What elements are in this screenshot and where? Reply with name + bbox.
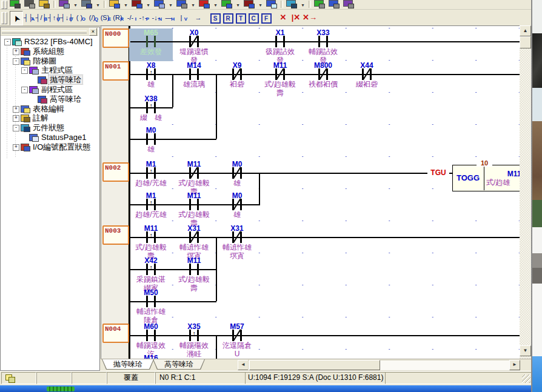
contact-up-tool[interactable]: ┤↑├U <box>48 12 60 25</box>
hscroll-right-button[interactable]: ► <box>509 360 520 370</box>
network-header-N000[interactable]: N000 <box>102 28 129 48</box>
resize-grip[interactable] <box>522 374 530 383</box>
tab-main-program[interactable]: 抛等唻珨 <box>102 359 154 370</box>
book-icon[interactable] <box>38 0 50 8</box>
ladder-help-icon[interactable] <box>327 0 340 8</box>
toolbar-grip[interactable] <box>4 1 7 9</box>
contact-X33[interactable]: X33輔踢詀效發 <box>299 28 347 64</box>
vertical-scrollbar[interactable]: ▲ ▼ <box>520 25 531 359</box>
tree-expander[interactable]: - <box>21 87 28 93</box>
table-icon[interactable] <box>265 0 277 8</box>
tree-expander[interactable]: - <box>4 39 11 45</box>
edit-pencil-icon[interactable] <box>108 0 120 8</box>
tree-expander[interactable]: - <box>21 67 28 74</box>
tree-item-status[interactable]: -元件狀態 <box>1 123 98 133</box>
hline-tool[interactable]: —H <box>162 12 175 25</box>
contact-M0[interactable]: M0雄 <box>213 159 261 196</box>
delete-right-tool[interactable]: ✕→ <box>303 12 315 25</box>
dropdown-arrow-icon[interactable]: ▾ <box>190 2 196 8</box>
tree-expander[interactable]: - <box>13 58 19 65</box>
dropdown-arrow-icon[interactable]: ▾ <box>167 2 174 8</box>
contact-X31[interactable]: X31輔遉怍雄塓寊 <box>213 224 261 260</box>
close-icon[interactable]: × <box>89 28 97 36</box>
contact-down-tool[interactable]: ┤↓├D <box>61 12 73 25</box>
contact-X0[interactable]: X0堤踢遑慣發 <box>170 28 218 64</box>
contact-M14[interactable]: M14雄流璃 <box>170 61 218 97</box>
coil-set-tool[interactable]: (S)E <box>99 12 111 25</box>
contact-M0[interactable]: M0雄 <box>127 125 175 162</box>
set-block-tool[interactable]: S <box>209 12 221 25</box>
contact-X44[interactable]: X44綴衵砦 <box>343 61 391 97</box>
contact-M11[interactable]: M11式/赹雄毅壽 <box>170 159 218 196</box>
zoom-icon[interactable] <box>285 0 297 8</box>
rising-tool[interactable]: -↑-P <box>137 12 149 25</box>
coil-reset-tool[interactable]: (R)R <box>112 12 124 25</box>
tree-panel-header[interactable]: × <box>1 27 98 36</box>
contact-b-tool[interactable]: ┤/├B <box>35 12 47 25</box>
monitor-icon[interactable] <box>153 0 165 8</box>
tree-expander[interactable]: + <box>13 144 19 151</box>
network-header-N004[interactable]: N004 <box>102 324 129 343</box>
list-icon[interactable] <box>220 0 232 8</box>
tree-item-prog[interactable]: 萵等唻珨 <box>1 95 98 104</box>
status-list-icon[interactable] <box>313 0 325 8</box>
tree-item-plc[interactable]: -RS232 [FBs-40MC] <box>1 37 98 47</box>
pointer-tool[interactable]: ➤ <box>10 11 23 25</box>
contact-a-tool[interactable]: ┤├A <box>22 12 35 25</box>
dropdown-arrow-icon[interactable]: ▾ <box>235 2 241 8</box>
falling-tool[interactable]: -↓-N <box>150 12 162 25</box>
contact-M11[interactable]: M11式/赹雄毅壽 <box>170 191 218 227</box>
trace-wave-icon[interactable] <box>130 0 142 8</box>
scroll-up-button[interactable]: ▲ <box>520 25 531 36</box>
toolbar-grip[interactable] <box>4 12 7 24</box>
tree-expander[interactable]: + <box>13 115 19 122</box>
contact-M800[interactable]: M800袟都衵價 <box>299 61 347 97</box>
chip-icon[interactable] <box>23 0 35 8</box>
contact-X8[interactable]: X8↑雄 <box>127 61 175 97</box>
function-block-tool[interactable]: F <box>260 12 272 25</box>
coil-o-tool[interactable]: ( )O <box>73 12 85 25</box>
contact-M0[interactable]: M0雄 <box>213 191 261 227</box>
delete-vline-tool[interactable]: |✕ <box>290 12 302 25</box>
dropdown-arrow-icon[interactable]: ▾ <box>257 2 264 8</box>
hscroll-thumb[interactable] <box>249 360 380 370</box>
dropdown-arrow-icon[interactable]: ▾ <box>212 2 219 8</box>
tree-expander[interactable]: - <box>13 125 19 131</box>
hscroll-left-button[interactable]: ◄ <box>238 360 249 370</box>
tab-sub-program[interactable]: 萵等唻珨 <box>153 359 205 370</box>
tree-item-prog[interactable]: 抛等唻珨 <box>1 75 98 85</box>
contact-M11[interactable]: M11式/赹雄毅壽 <box>170 256 218 292</box>
vertical-scroll-thumb[interactable] <box>520 36 531 48</box>
dropdown-arrow-icon[interactable]: ▾ <box>299 2 306 8</box>
dropdown-arrow-icon[interactable]: ▾ <box>72 2 79 8</box>
delete-tool[interactable]: ✕ <box>277 12 289 25</box>
contact-help-icon[interactable] <box>342 0 354 8</box>
reset-block-tool[interactable]: R <box>222 12 234 25</box>
contact-M11[interactable]: M11式/赹雄毅壽 <box>256 61 304 97</box>
vline-tool[interactable]: |V <box>175 12 187 25</box>
ladder-network-icon[interactable] <box>58 0 70 8</box>
invert-tool[interactable]: -/-I <box>124 12 136 25</box>
monitor2-icon[interactable] <box>175 0 187 8</box>
tree-item-statuspage[interactable]: StatusPage1 <box>1 133 98 142</box>
network-header-N001[interactable]: N001 <box>102 61 129 81</box>
tree-expander[interactable]: + <box>13 106 19 113</box>
tag-icon[interactable] <box>198 0 210 8</box>
tree-item-ladder[interactable]: -階梯圖 <box>1 56 98 66</box>
network-header-N003[interactable]: N003 <box>102 225 129 245</box>
coil-q-tool[interactable]: (/)Q <box>86 12 98 25</box>
contact-M57[interactable]: M57汔遑隔倉U <box>213 322 261 358</box>
tree-item-table[interactable]: +表格編輯 <box>1 104 98 114</box>
tree-item-subprog[interactable]: -副程式區 <box>1 85 98 95</box>
counter-block-tool[interactable]: C <box>247 12 259 25</box>
trace-wave2-icon[interactable] <box>243 0 255 8</box>
timer-block-tool[interactable]: T <box>235 12 247 25</box>
contact-M50[interactable]: M50輔遉怍雄隓倉 <box>127 288 175 324</box>
dropdown-arrow-icon[interactable]: ▾ <box>122 2 129 8</box>
tree-item-io[interactable]: +I/O編號配置狀態 <box>1 142 98 152</box>
arrow-tool[interactable]: → <box>192 12 204 25</box>
tree-item-comment[interactable]: +註解 <box>1 113 98 123</box>
taskbar[interactable] <box>0 385 532 392</box>
tree-item-sysconfig[interactable]: +系統組態 <box>1 47 98 56</box>
contact-X38[interactable]: X38↑綴 雄 <box>127 94 175 130</box>
